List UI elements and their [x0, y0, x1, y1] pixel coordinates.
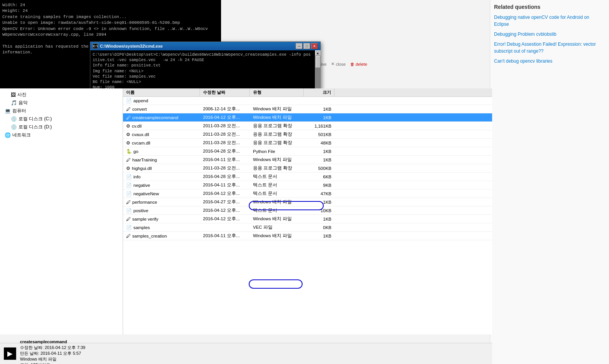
tree-item-drive-c[interactable]: 💿 로컬 디스크 (C:) — [9, 115, 120, 123]
file-date-cell — [200, 226, 250, 229]
file-row[interactable]: 🖊 haarTraining2016-04-11 오후...Windows 배치… — [123, 156, 492, 164]
file-list-panel: 이름 수정한 날짜 유형 크기 📄 append🖊 convert2006-12… — [123, 88, 492, 334]
file-icon: 🖊 — [126, 233, 131, 239]
file-row[interactable]: 🖊 performance2016-04-27 오후...Windows 배치 … — [123, 198, 492, 206]
drive-d-icon: 💿 — [11, 124, 17, 130]
file-size-cell: 10KB — [304, 207, 334, 214]
file-type-cell: Windows 배치 파일 — [250, 105, 304, 113]
file-size-cell — [304, 100, 334, 102]
file-row[interactable]: 🖊 convert2006-12-14 오후...Windows 배치 파일1K… — [123, 105, 492, 113]
file-size-cell: 500KB — [304, 165, 334, 172]
cmd-controls: ─ □ ✕ — [296, 43, 318, 49]
file-date-cell: 2016-04-12 오후... — [200, 189, 250, 198]
header-name[interactable]: 이름 — [123, 88, 200, 96]
close-button[interactable]: ✕ close — [331, 61, 346, 66]
file-type-cell: VEC 파일 — [250, 223, 304, 231]
file-size-cell: 1KB — [304, 148, 334, 155]
file-type-cell: 응용 프로그램 확장 — [250, 164, 304, 172]
file-date-cell: 2016-04-12 오후... — [200, 206, 250, 214]
drive-c-icon: 💿 — [11, 116, 17, 122]
tree-item-music[interactable]: 🎵 음악 — [9, 99, 120, 107]
related-questions-title: Related questions — [494, 4, 605, 10]
file-size-cell: 1KB — [304, 114, 334, 121]
file-type-cell: Python File — [250, 148, 304, 155]
file-type-cell: Windows 배치 파일 — [250, 156, 304, 164]
file-row[interactable]: 📄 append — [123, 97, 492, 105]
file-row[interactable]: ⚙ cvaux.dll2011-03-28 오전...응용 프로그램 확장501… — [123, 130, 492, 139]
file-name-cell: 📄 positive — [123, 207, 200, 214]
status-created: 만든 날짜: 2016-04-11 오후 5:57 — [20, 351, 85, 356]
file-icon: 📄 — [126, 174, 132, 180]
tree-item-computer-label: 컴퓨터 — [12, 108, 26, 114]
file-row[interactable]: ⚙ cvcam.dll2011-03-28 오전...응용 프로그램 확장48K… — [123, 139, 492, 147]
file-type-cell — [250, 100, 304, 102]
file-row[interactable]: 🖊 createsamplecommand2016-04-12 오후...Win… — [123, 113, 492, 122]
status-filename: createsamplecommand — [20, 339, 85, 344]
file-name-cell: 🐍 go — [123, 148, 200, 155]
file-size-cell: 1KB — [304, 156, 334, 163]
status-size: 크기: 109바이트 — [20, 362, 85, 364]
file-name-cell: 📄 info — [123, 173, 200, 181]
file-date-cell: 2011-03-28 오전... — [200, 164, 250, 172]
computer-icon: 💻 — [5, 108, 11, 114]
related-link-0[interactable]: Debugging native openCV code for Android… — [494, 14, 605, 28]
file-icon: ⚙ — [126, 140, 130, 146]
tree-item-computer[interactable]: 💻 컴퓨터 — [3, 107, 120, 115]
cmd-scroll-thumb[interactable] — [316, 56, 320, 68]
tree-item-network[interactable]: 🌐 네트워크 — [3, 131, 120, 139]
file-icon: 🖊 — [126, 216, 131, 222]
related-link-1[interactable]: Debugging Problem cvblobslib — [494, 31, 605, 38]
cmd-maximize-button[interactable]: □ — [303, 43, 310, 49]
file-row[interactable]: 📄 positive2016-04-12 오후...텍스트 문서10KB — [123, 206, 492, 215]
tree-item-drive-d[interactable]: 💿 로컬 디스크 (D:) — [9, 123, 120, 131]
file-date-cell: 2011-03-28 오전... — [200, 139, 250, 147]
file-row[interactable]: 📄 samplesVEC 파일0KB — [123, 223, 492, 232]
file-name-cell: ⚙ highgui.dll — [123, 165, 200, 172]
file-name-cell: 📄 samples — [123, 224, 200, 231]
cmd-minimize-button[interactable]: ─ — [296, 43, 303, 49]
file-row[interactable]: 📄 negative2016-04-11 오후...텍스트 문서9KB — [123, 181, 492, 189]
file-size-cell: 47KB — [304, 190, 334, 197]
header-type[interactable]: 유형 — [250, 88, 304, 96]
file-name-cell: 🖊 convert — [123, 105, 200, 113]
file-type-cell: 응용 프로그램 확장 — [250, 122, 304, 130]
file-icon: 🖊 — [126, 157, 131, 163]
file-row[interactable]: ⚙ cv.dll2011-03-28 오전...응용 프로그램 확장1,161K… — [123, 122, 492, 130]
cmd-scroll-up[interactable]: ▲ — [315, 50, 321, 56]
file-row[interactable]: ⚙ highgui.dll2011-03-28 오전...응용 프로그램 확장5… — [123, 164, 492, 173]
tree-item-photos-label: 사진 — [17, 91, 27, 98]
file-size-cell: 48KB — [304, 140, 334, 146]
file-icon: 📄 — [126, 98, 132, 103]
related-link-3[interactable]: Can't debug opencv libraries — [494, 58, 605, 65]
file-row[interactable]: 📄 info2016-04-28 오후...텍스트 문서6KB — [123, 173, 492, 181]
file-icon: 🖊 — [126, 199, 131, 205]
file-name-cell: 🖊 haarTraining — [123, 156, 200, 164]
file-type-cell: 텍스트 문서 — [250, 173, 304, 181]
file-size-cell: 501KB — [304, 131, 334, 138]
file-date-cell: 2016-04-28 오후... — [200, 147, 250, 155]
file-size-cell: 1KB — [304, 233, 334, 239]
cmd-close-button[interactable]: ✕ — [311, 43, 318, 49]
tree-item-drive-d-label: 로컬 디스크 (D:) — [18, 124, 52, 130]
header-date[interactable]: 수정한 날짜 — [200, 88, 250, 96]
file-date-cell: 2016-04-11 오후... — [200, 232, 250, 240]
file-name-cell: 🖊 samples_creation — [123, 232, 200, 240]
file-row[interactable]: 🖊 sample verify2016-04-12 오후...Windows 배… — [123, 215, 492, 223]
file-name-cell: ⚙ cvaux.dll — [123, 131, 200, 138]
file-name-cell: 📄 negative — [123, 181, 200, 189]
related-link-2[interactable]: Error! Debug Assestion Failed! Expressio… — [494, 41, 605, 55]
tree-item-drive-c-label: 로컬 디스크 (C:) — [18, 116, 52, 122]
file-row[interactable]: 🐍 go2016-04-28 오후...Python File1KB — [123, 147, 492, 156]
file-icon: 📄 — [126, 208, 132, 213]
file-row[interactable]: 📄 negativeNew2016-04-12 오후...텍스트 문서47KB — [123, 189, 492, 198]
file-name-cell: 📄 append — [123, 97, 200, 105]
cmd-title-left: C:\ C:\Windows\system32\cmd.exe — [93, 43, 163, 49]
file-icon: ⚙ — [126, 166, 130, 171]
file-type-cell: Windows 배치 파일 — [250, 215, 304, 223]
delete-button[interactable]: 🗑 delete — [350, 61, 367, 66]
file-row[interactable]: 🖊 samples_creation2016-04-11 오후...Window… — [123, 232, 492, 240]
tree-item-photos[interactable]: 🖼 사진 — [9, 91, 120, 99]
folder-tree-panel: 🖼 사진 🎵 음악 💻 컴퓨터 💿 로컬 디스크 (C:) 💿 로컬 디스크 (… — [0, 88, 123, 334]
file-date-cell: 2016-04-28 오후... — [200, 173, 250, 181]
header-size[interactable]: 크기 — [304, 88, 334, 96]
